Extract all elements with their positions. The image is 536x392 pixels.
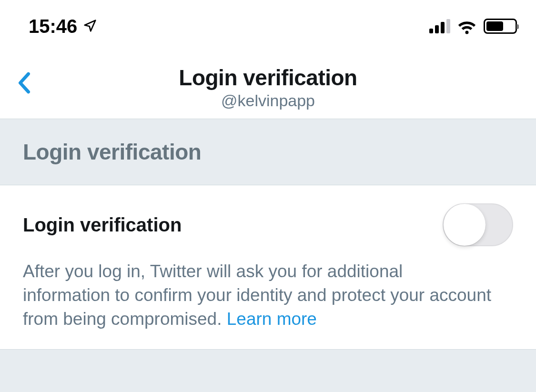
status-left: 15:46 (29, 16, 97, 37)
status-bar: 15:46 (0, 0, 536, 52)
status-right (429, 15, 517, 37)
login-verification-toggle[interactable] (443, 203, 513, 246)
page-title: Login verification (0, 65, 536, 90)
section-title: Login verification (23, 139, 513, 165)
status-time: 15:46 (29, 16, 77, 37)
wifi-icon (457, 15, 477, 37)
login-verification-row: Login verification After you log in, Twi… (0, 185, 536, 350)
nav-header: Login verification @kelvinpapp (0, 52, 536, 119)
toggle-knob (444, 204, 485, 246)
learn-more-link[interactable]: Learn more (227, 309, 317, 329)
location-icon (83, 16, 97, 37)
back-button[interactable] (17, 71, 31, 94)
battery-icon (484, 19, 517, 34)
setting-description: After you log in, Twitter will ask you f… (23, 260, 494, 331)
page-subtitle: @kelvinpapp (0, 91, 536, 110)
setting-label: Login verification (23, 214, 182, 236)
section-header: Login verification (0, 119, 536, 185)
cellular-icon (429, 19, 450, 33)
